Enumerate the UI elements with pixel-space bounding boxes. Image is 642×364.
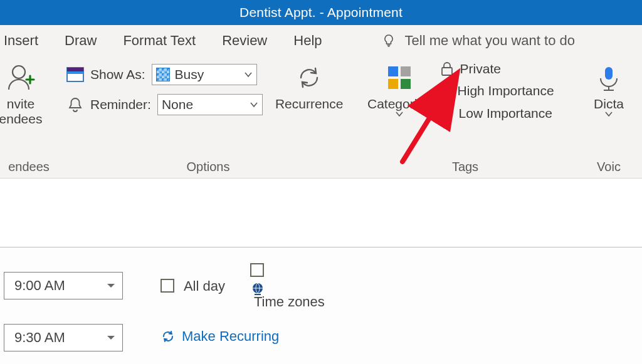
categorize-icon: [383, 61, 416, 94]
recurrence-button[interactable]: Recurrence: [275, 61, 344, 112]
time-zones-checkbox[interactable]: Time zones: [250, 261, 325, 310]
lock-icon: [440, 61, 454, 76]
ribbon-tabs: Insert Draw Format Text Review Help Tell…: [0, 25, 642, 56]
start-time-value: 9:00 AM: [14, 278, 65, 294]
categorize-button[interactable]: Categorize: [367, 61, 431, 118]
tab-review[interactable]: Review: [222, 33, 267, 49]
high-importance-button[interactable]: High Importance: [440, 83, 554, 99]
chevron-down-icon: [604, 110, 613, 118]
svg-rect-7: [401, 79, 411, 89]
svg-rect-10: [605, 67, 613, 80]
checkbox-icon: [160, 279, 174, 293]
all-day-checkbox[interactable]: All day: [160, 277, 225, 294]
invite-line1: nvite: [7, 96, 34, 112]
tell-me-label: Tell me what you want to do: [405, 33, 575, 49]
checkbox-icon: [250, 263, 264, 277]
end-time-value: 9:30 AM: [14, 330, 65, 346]
bell-icon: [66, 96, 84, 113]
categorize-label: Categorize: [367, 96, 431, 112]
svg-rect-3: [67, 71, 83, 74]
tell-me[interactable]: Tell me what you want to do: [381, 33, 575, 49]
group-options: Show As: Busy: [58, 56, 359, 178]
recurrence-icon: [293, 61, 325, 94]
window-title: Dentist Appt. - Appointment: [239, 5, 403, 20]
microphone-icon: [592, 61, 625, 94]
dictate-button[interactable]: Dicta: [581, 61, 637, 118]
appointment-form: 9:00 AM All day Time zones 9:30 AM: [0, 247, 642, 364]
tab-insert[interactable]: Insert: [4, 33, 38, 49]
globe-icon: [250, 281, 325, 296]
svg-point-0: [13, 66, 25, 78]
group-label-tags: Tags: [359, 160, 572, 178]
reminder-label: Reminder:: [90, 97, 151, 112]
show-as-row: Show As: Busy: [66, 64, 263, 85]
private-label: Private: [460, 61, 501, 76]
group-attendees: nvite endees endees: [0, 56, 58, 178]
svg-rect-2: [67, 68, 83, 71]
chevron-down-icon: [250, 100, 258, 109]
tab-format-text[interactable]: Format Text: [123, 33, 196, 49]
make-recurring-link[interactable]: Make Recurring: [160, 328, 279, 345]
ribbon: nvite endees endees Show As:: [0, 56, 642, 179]
end-time-combo[interactable]: 9:30 AM: [4, 324, 123, 351]
start-time-combo[interactable]: 9:00 AM: [4, 272, 123, 299]
lightbulb-icon: [381, 33, 396, 48]
chevron-down-icon: [244, 70, 253, 79]
exclamation-icon: [440, 83, 451, 99]
tab-draw[interactable]: Draw: [65, 33, 97, 49]
low-importance-label: Low Importance: [459, 106, 552, 121]
svg-rect-4: [388, 66, 398, 76]
tab-help[interactable]: Help: [293, 33, 322, 49]
make-recurring-label: Make Recurring: [182, 328, 279, 345]
busy-swatch-icon: [156, 68, 170, 81]
subject-area[interactable]: [0, 179, 642, 247]
svg-point-9: [445, 95, 447, 98]
svg-rect-5: [401, 66, 411, 76]
reminder-combo[interactable]: None: [157, 94, 263, 115]
low-importance-button[interactable]: Low Importance: [440, 105, 554, 122]
caret-down-icon: [106, 333, 116, 342]
group-label-options: Options: [58, 160, 359, 178]
high-importance-label: High Importance: [458, 83, 554, 98]
svg-rect-8: [442, 68, 452, 75]
group-voice: Dicta Voic: [572, 56, 642, 178]
recurrence-small-icon: [160, 329, 176, 344]
recurrence-label: Recurrence: [275, 96, 344, 112]
svg-rect-6: [388, 79, 398, 89]
reminder-row: Reminder: None: [66, 94, 263, 115]
group-label-attendees: endees: [0, 160, 58, 178]
arrow-down-icon: [440, 105, 453, 122]
title-bar: Dentist Appt. - Appointment: [0, 0, 642, 25]
group-label-voice: Voic: [572, 160, 642, 178]
dictate-label: Dicta: [594, 96, 624, 112]
all-day-label: All day: [184, 278, 225, 294]
private-button[interactable]: Private: [440, 61, 554, 76]
show-as-label: Show As:: [90, 67, 145, 82]
caret-down-icon: [106, 281, 116, 290]
invite-line2: endees: [0, 112, 42, 127]
invite-attendees-button[interactable]: nvite endees: [0, 61, 49, 127]
group-tags: Categorize Private: [359, 56, 572, 178]
chevron-down-icon: [395, 110, 404, 118]
show-as-value: Busy: [175, 67, 204, 82]
person-plus-icon: [4, 61, 37, 94]
calendar-strip-icon: [66, 67, 84, 82]
reminder-value: None: [162, 97, 193, 112]
show-as-combo[interactable]: Busy: [152, 64, 257, 85]
